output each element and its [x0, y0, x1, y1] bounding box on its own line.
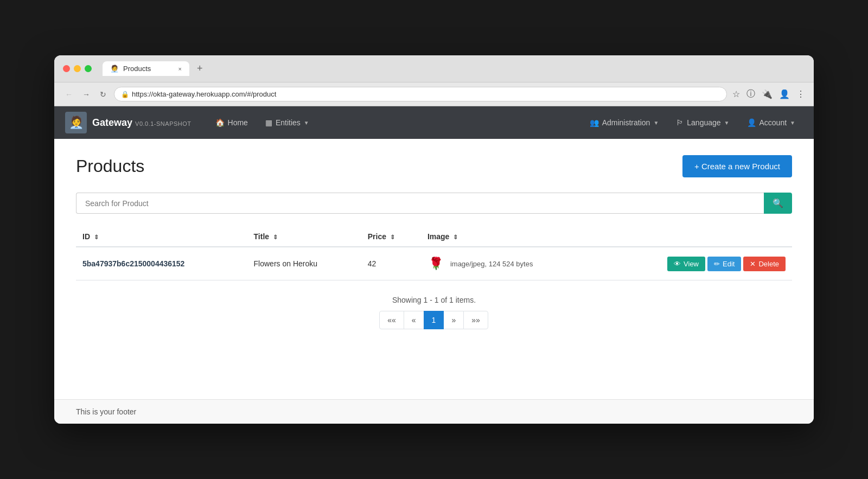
account-icon: 👤: [747, 118, 756, 127]
table-row: 5ba47937b6c2150004436152 Flowers on Hero…: [76, 247, 792, 280]
table-body: 5ba47937b6c2150004436152 Flowers on Hero…: [76, 247, 792, 280]
cell-actions: 👁 View ✏ Edit ✕ Delete: [597, 247, 792, 280]
nav-administration[interactable]: 👥 Administration ▼: [582, 114, 667, 131]
create-product-button[interactable]: + Create a new Product: [682, 155, 792, 177]
entities-chevron: ▼: [304, 120, 309, 126]
eye-icon: 👁: [674, 260, 681, 268]
back-button[interactable]: ←: [63, 89, 75, 100]
brand-version: v0.0.1-SNAPSHOT: [135, 120, 191, 127]
view-button[interactable]: 👁 View: [667, 257, 705, 271]
col-header-actions: [597, 227, 792, 247]
bookmark-icon[interactable]: ☆: [732, 89, 740, 99]
info-icon[interactable]: ⓘ: [746, 88, 755, 100]
image-thumbnail: 🌹: [427, 255, 445, 272]
nav-account[interactable]: 👤 Account ▼: [739, 114, 803, 131]
brand-name: Gateway: [92, 117, 132, 128]
tab-favicon: 🧑‍💼: [110, 65, 119, 73]
extension-icon[interactable]: 🔌: [762, 89, 773, 99]
cell-title: Flowers on Heroku: [247, 247, 361, 280]
col-header-image[interactable]: Image ⇕: [421, 227, 597, 247]
sort-id-icon: ⇕: [94, 234, 99, 240]
pagination-info: Showing 1 - 1 of 1 items.: [76, 296, 792, 304]
nav-items: 🏠 Home ▦ Entities ▼: [208, 114, 582, 131]
brand-text: Gateway v0.0.1-SNAPSHOT: [92, 117, 192, 129]
col-header-title[interactable]: Title ⇕: [247, 227, 361, 247]
search-button[interactable]: 🔍: [764, 193, 792, 214]
delete-button[interactable]: ✕ Delete: [743, 257, 786, 271]
search-input[interactable]: [76, 193, 764, 214]
cell-image: 🌹 image/jpeg, 124 524 bytes: [421, 247, 597, 280]
sort-image-icon: ⇕: [453, 234, 458, 240]
search-bar: 🔍: [76, 193, 792, 214]
last-page-button[interactable]: »»: [463, 311, 488, 329]
page-title: Products: [76, 156, 144, 176]
language-icon: 🏳: [676, 118, 684, 127]
language-chevron: ▼: [724, 120, 730, 126]
prev-page-button[interactable]: «: [404, 311, 424, 329]
footer-text: This is your footer: [76, 407, 136, 416]
admin-chevron: ▼: [653, 120, 659, 126]
menu-icon[interactable]: ⋮: [796, 89, 805, 99]
edit-button[interactable]: ✏ Edit: [707, 257, 741, 271]
cell-price: 42: [361, 247, 421, 280]
active-tab[interactable]: 🧑‍💼 Products ×: [103, 61, 189, 76]
image-info: image/jpeg, 124 524 bytes: [450, 260, 533, 268]
brand-avatar-emoji: 🧑‍💼: [69, 116, 84, 130]
forward-button[interactable]: →: [80, 89, 92, 100]
nav-right: 👥 Administration ▼ 🏳 Language ▼ 👤 Accoun…: [582, 114, 803, 131]
main-content: Products + Create a new Product 🔍 ID ⇕ T…: [54, 139, 814, 399]
cell-id: 5ba47937b6c2150004436152: [76, 247, 247, 280]
lock-icon: 🔒: [121, 91, 129, 98]
search-icon: 🔍: [773, 199, 783, 208]
close-traffic-light[interactable]: [63, 65, 70, 72]
next-page-button[interactable]: »: [443, 311, 464, 329]
nav-entities[interactable]: ▦ Entities ▼: [258, 114, 317, 131]
new-tab-button[interactable]: +: [193, 61, 207, 76]
col-header-price[interactable]: Price ⇕: [361, 227, 421, 247]
address-bar-row: ← → ↻ 🔒 https://okta-gateway.herokuapp.c…: [54, 82, 814, 106]
sort-price-icon: ⇕: [390, 234, 395, 240]
url-text: https://okta-gateway.herokuapp.com/#/pro…: [132, 90, 276, 98]
table-header-row: ID ⇕ Title ⇕ Price ⇕ Image ⇕: [76, 227, 792, 247]
col-header-id[interactable]: ID ⇕: [76, 227, 247, 247]
first-page-button[interactable]: ««: [379, 311, 404, 329]
page-header: Products + Create a new Product: [76, 155, 792, 177]
browser-actions: ☆ ⓘ 🔌 👤 ⋮: [732, 88, 805, 100]
nav-home[interactable]: 🏠 Home: [208, 114, 256, 131]
sort-title-icon: ⇕: [273, 234, 278, 240]
pagination-wrapper: Showing 1 - 1 of 1 items. «« « 1 » »»: [76, 296, 792, 329]
address-bar[interactable]: 🔒 https://okta-gateway.herokuapp.com/#/p…: [114, 87, 727, 101]
current-page-button[interactable]: 1: [424, 311, 444, 329]
browser-titlebar: 🧑‍💼 Products × +: [54, 55, 814, 82]
pencil-icon: ✏: [714, 260, 720, 268]
app-navbar: 🧑‍💼 Gateway v0.0.1-SNAPSHOT 🏠 Home ▦ Ent…: [54, 106, 814, 139]
admin-icon: 👥: [590, 118, 599, 127]
table-header: ID ⇕ Title ⇕ Price ⇕ Image ⇕: [76, 227, 792, 247]
refresh-button[interactable]: ↻: [98, 89, 108, 100]
x-icon: ✕: [750, 260, 756, 268]
browser-window: 🧑‍💼 Products × + ← → ↻ 🔒 https://okta-ga…: [54, 55, 814, 424]
home-icon: 🏠: [215, 118, 225, 127]
minimize-traffic-light[interactable]: [74, 65, 81, 72]
tab-title: Products: [123, 65, 151, 73]
pagination: «« « 1 » »»: [76, 311, 792, 329]
tab-close-button[interactable]: ×: [178, 66, 182, 72]
tab-bar: 🧑‍💼 Products × +: [103, 61, 805, 76]
products-table: ID ⇕ Title ⇕ Price ⇕ Image ⇕: [76, 227, 792, 280]
app-brand: 🧑‍💼 Gateway v0.0.1-SNAPSHOT: [65, 112, 192, 133]
app-footer: This is your footer: [54, 399, 814, 424]
nav-language[interactable]: 🏳 Language ▼: [668, 114, 737, 131]
brand-avatar: 🧑‍💼: [65, 112, 87, 133]
account-chevron: ▼: [790, 120, 795, 126]
profile-icon[interactable]: 👤: [779, 89, 790, 99]
traffic-lights: [63, 65, 92, 72]
entities-icon: ▦: [265, 118, 272, 127]
maximize-traffic-light[interactable]: [85, 65, 92, 72]
